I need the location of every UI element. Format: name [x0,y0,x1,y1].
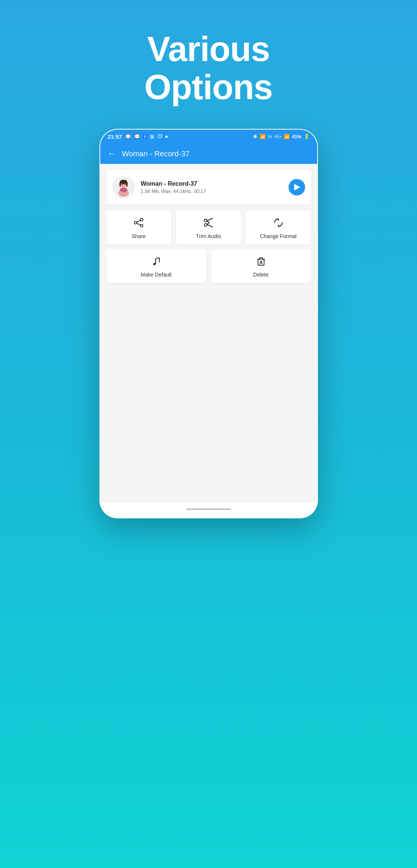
facebook-icon: f [143,134,147,139]
4g-label: 4G+ [274,134,281,139]
svg-point-5 [120,188,127,192]
signal-icon: 📶 [260,134,266,139]
svg-point-15 [205,219,207,222]
back-button[interactable]: ← [108,149,116,159]
change-format-icon [273,217,284,229]
trim-audio-button[interactable]: Trim Audio [176,211,241,245]
headline-line2: Options [144,68,273,106]
share-button[interactable]: Share [106,211,171,245]
make-default-button[interactable]: Make Default [106,249,206,283]
svg-line-18 [207,225,213,228]
file-card: Woman - Record-37 1.56 Mb, Wav, 44.1kHz,… [106,170,311,205]
badge-1: 1 [150,134,154,139]
svg-line-14 [137,223,141,225]
dot-indicator [165,136,168,138]
status-bar: 21:57 💬 💬 f 1 🛡 ✱ 📶 Vo 4G+ 📶 41% 🔋 [100,130,317,144]
trim-audio-label: Trim Audio [196,233,221,239]
headline: Various Options [144,30,273,106]
content-area: Woman - Record-37 1.56 Mb, Wav, 44.1kHz,… [100,164,317,503]
svg-point-10 [141,219,143,221]
svg-point-11 [134,222,137,224]
bluetooth-icon: ✱ [253,134,257,139]
svg-point-12 [141,225,143,227]
share-label: Share [131,233,145,239]
messenger2-icon: 💬 [134,134,140,139]
svg-rect-26 [260,258,263,259]
status-time: 21:57 [108,133,122,140]
svg-point-7 [124,184,125,185]
change-format-button[interactable]: Change Format [246,211,311,245]
svg-point-8 [119,185,121,187]
share-icon [133,217,144,229]
svg-line-17 [207,218,213,221]
svg-point-16 [205,224,207,226]
messenger-icon: 💬 [125,134,131,139]
svg-point-9 [127,185,128,187]
make-default-icon [151,256,162,268]
svg-line-19 [207,221,209,223]
make-default-label: Make Default [141,272,171,278]
svg-line-13 [137,220,141,222]
svg-line-22 [156,258,159,259]
app-bar: ← Woman - Record-37 [100,144,317,164]
app-bar-title: Woman - Record-37 [122,150,190,158]
actions-top-row: Share Trim Audio [106,211,311,245]
home-indicator-area [100,503,317,518]
battery-icon: 🔋 [304,134,310,139]
delete-label: Delete [253,272,268,278]
headline-line1: Various [144,30,273,68]
trim-icon [203,217,214,229]
play-button[interactable] [289,179,305,196]
home-bar [186,508,231,510]
file-meta: 1.56 Mb, Wav, 44.1kHz, 00:17 [141,188,283,194]
avatar-image [114,178,133,197]
delete-button[interactable]: Delete [211,249,311,283]
change-format-label: Change Format [260,233,296,239]
actions-bottom-row: Make Default Delete [106,249,311,283]
svg-line-20 [207,223,209,225]
play-icon [294,184,300,191]
file-name: Woman - Record-37 [141,180,283,187]
shield-icon: 🛡 [157,134,162,139]
vo-label: Vo [268,134,272,139]
file-info: Woman - Record-37 1.56 Mb, Wav, 44.1kHz,… [141,180,283,194]
svg-point-6 [121,184,122,185]
avatar [112,176,135,199]
battery-label: 41% [292,134,301,139]
signal2-icon: 📶 [284,134,290,139]
status-right: ✱ 📶 Vo 4G+ 📶 41% 🔋 [253,134,310,139]
phone-wrapper: 21:57 💬 💬 f 1 🛡 ✱ 📶 Vo 4G+ 📶 41% 🔋 ← Wom… [99,129,318,518]
delete-icon [256,256,266,268]
